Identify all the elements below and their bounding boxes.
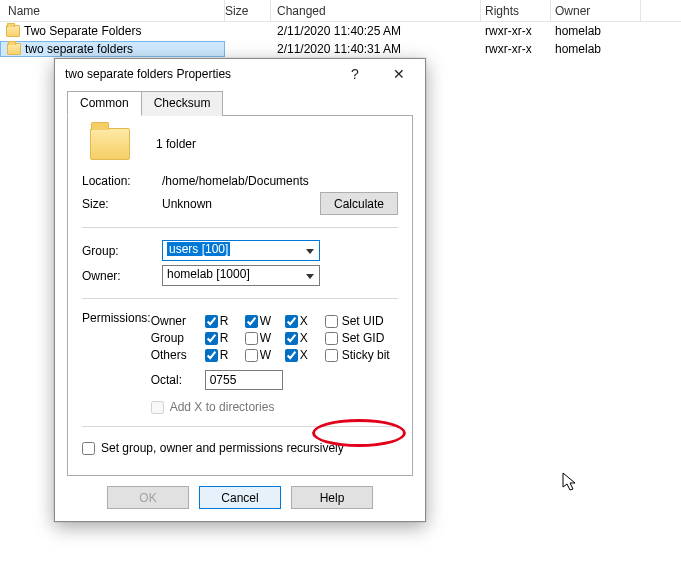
recursive-checkbox[interactable] — [82, 442, 95, 455]
file-list-header: Name Size Changed Rights Owner — [0, 0, 681, 22]
octal-input[interactable] — [205, 370, 283, 390]
folder-icon — [7, 43, 21, 55]
folder-icon — [6, 25, 20, 37]
divider — [82, 298, 398, 299]
tab-checksum[interactable]: Checksum — [141, 91, 224, 116]
close-button[interactable]: ✕ — [377, 60, 421, 88]
perm-sticky[interactable] — [325, 349, 338, 362]
owner-label: Owner: — [82, 269, 162, 283]
divider — [82, 227, 398, 228]
folder-summary: 1 folder — [156, 137, 196, 151]
column-header-size[interactable]: Size — [225, 0, 271, 21]
tab-strip: Common Checksum — [67, 90, 413, 116]
divider — [82, 426, 398, 427]
file-name: Two Separate Folders — [24, 24, 141, 38]
tab-common[interactable]: Common — [67, 91, 142, 116]
tab-panel-common: 1 folder Location: /home/homelab/Documen… — [67, 116, 413, 476]
file-name: two separate folders — [25, 42, 133, 56]
file-rights: rwxr-xr-x — [481, 42, 551, 56]
add-x-checkbox — [151, 401, 164, 414]
file-owner: homelab — [551, 24, 641, 38]
recursive-label: Set group, owner and permissions recursi… — [101, 441, 344, 455]
help-button[interactable]: Help — [291, 486, 373, 509]
folder-icon — [90, 128, 130, 160]
perm-owner-r[interactable] — [205, 315, 218, 328]
column-header-rights[interactable]: Rights — [481, 0, 551, 21]
perm-others-label: Others — [151, 348, 205, 362]
octal-label: Octal: — [151, 373, 205, 387]
file-list: Name Size Changed Rights Owner Two Separ… — [0, 0, 681, 58]
column-header-name[interactable]: Name — [0, 0, 225, 21]
properties-dialog: two separate folders Properties ? ✕ Comm… — [54, 58, 426, 522]
permissions-label: Permissions: — [82, 311, 151, 414]
file-row[interactable]: Two Separate Folders 2/11/2020 11:40:25 … — [0, 22, 681, 40]
size-label: Size: — [82, 197, 162, 211]
perm-setuid[interactable] — [325, 315, 338, 328]
ok-button[interactable]: OK — [107, 486, 189, 509]
perm-others-x[interactable] — [285, 349, 298, 362]
perm-others-r[interactable] — [205, 349, 218, 362]
file-owner: homelab — [551, 42, 641, 56]
add-x-label: Add X to directories — [170, 400, 275, 414]
cancel-button[interactable]: Cancel — [199, 486, 281, 509]
perm-setgid[interactable] — [325, 332, 338, 345]
perm-owner-x[interactable] — [285, 315, 298, 328]
file-changed: 2/11/2020 11:40:25 AM — [271, 24, 481, 38]
help-button[interactable]: ? — [333, 60, 377, 88]
file-rights: rwxr-xr-x — [481, 24, 551, 38]
perm-group-w[interactable] — [245, 332, 258, 345]
column-header-changed[interactable]: Changed — [271, 0, 481, 21]
location-label: Location: — [82, 174, 162, 188]
calculate-button[interactable]: Calculate — [320, 192, 398, 215]
column-header-owner[interactable]: Owner — [551, 0, 641, 21]
size-value: Unknown — [162, 197, 320, 211]
cursor-icon — [562, 472, 580, 494]
perm-group-x[interactable] — [285, 332, 298, 345]
perm-owner-w[interactable] — [245, 315, 258, 328]
file-changed: 2/11/2020 11:40:31 AM — [271, 42, 481, 56]
dialog-title: two separate folders Properties — [65, 67, 333, 81]
location-value: /home/homelab/Documents — [162, 174, 398, 188]
file-row[interactable]: two separate folders 2/11/2020 11:40:31 … — [0, 40, 681, 58]
group-select[interactable]: users [100] — [162, 240, 320, 261]
group-label: Group: — [82, 244, 162, 258]
perm-group-r[interactable] — [205, 332, 218, 345]
owner-select[interactable]: homelab [1000] — [162, 265, 320, 286]
perm-others-w[interactable] — [245, 349, 258, 362]
perm-owner-label: Owner — [151, 314, 205, 328]
titlebar[interactable]: two separate folders Properties ? ✕ — [55, 59, 425, 89]
perm-group-label: Group — [151, 331, 205, 345]
